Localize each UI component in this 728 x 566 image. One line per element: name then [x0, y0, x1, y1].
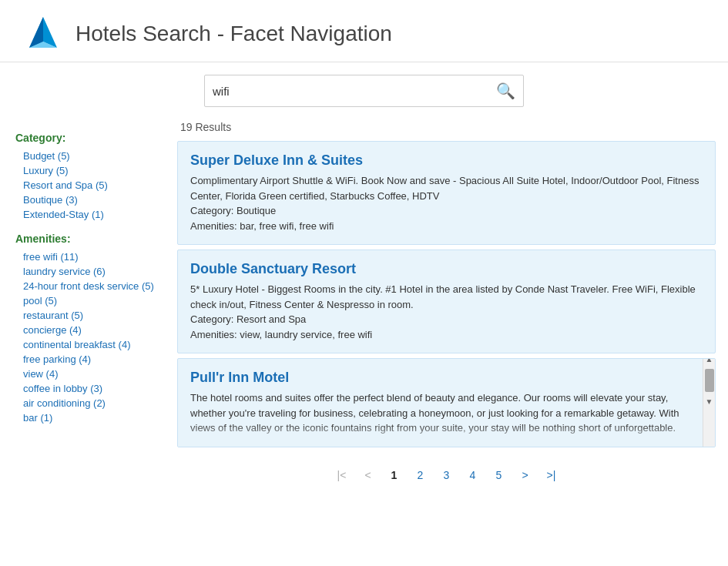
results-count: 19 Results — [177, 121, 716, 133]
result-desc-1: Complimentary Airport Shuttle & WiFi. Bo… — [190, 173, 703, 233]
pagination-page-1[interactable]: 1 — [384, 464, 405, 486]
sidebar-amenity-item[interactable]: pool (5) — [15, 293, 157, 308]
result-desc-2: 5* Luxury Hotel - Biggest Rooms in the c… — [190, 282, 703, 342]
sidebar-category-item[interactable]: Boutique (3) — [15, 193, 157, 207]
sidebar-amenity-item[interactable]: restaurant (5) — [15, 308, 157, 323]
main-layout: Category: Budget (5)Luxury (5)Resort and… — [0, 113, 728, 500]
sidebar-category-item[interactable]: Resort and Spa (5) — [15, 178, 157, 193]
logo-icon — [23, 14, 63, 54]
sidebar-category-item[interactable]: Luxury (5) — [15, 163, 157, 178]
result-card-2: Double Sanctuary Resort 5* Luxury Hotel … — [177, 250, 716, 353]
pagination-next[interactable]: > — [515, 464, 536, 486]
result-card-3: Pull'r Inn Motel The hotel rooms and sui… — [178, 359, 703, 447]
category-section-title: Category: — [15, 132, 157, 144]
sidebar-category-item[interactable]: Extended-Stay (1) — [15, 207, 157, 222]
sidebar-amenity-item[interactable]: 24-hour front desk service (5) — [15, 279, 157, 293]
result-desc-3: The hotel rooms and suites offer the per… — [190, 390, 690, 436]
sidebar-amenity-item[interactable]: bar (1) — [15, 410, 157, 425]
page-title: Hotels Search - Facet Navigation — [75, 22, 392, 46]
sidebar-amenity-item[interactable]: view (4) — [15, 367, 157, 381]
result-title-2[interactable]: Double Sanctuary Resort — [190, 261, 703, 277]
sidebar-amenity-item[interactable]: laundry service (6) — [15, 264, 157, 279]
header: Hotels Search - Facet Navigation — [0, 0, 728, 62]
scrollbar[interactable]: ▲ ▼ — [703, 358, 715, 447]
pagination: |< < 1 2 3 4 5 > >| — [177, 452, 716, 492]
sidebar-amenity-item[interactable]: concierge (4) — [15, 323, 157, 337]
pagination-prev[interactable]: < — [357, 464, 379, 486]
scroll-down-arrow[interactable]: ▼ — [706, 395, 713, 408]
search-bar: 🔍 — [204, 75, 524, 107]
sidebar: Category: Budget (5)Luxury (5)Resort and… — [0, 113, 169, 500]
result-title-3[interactable]: Pull'r Inn Motel — [190, 370, 690, 386]
search-input[interactable] — [213, 85, 496, 98]
search-icon[interactable]: 🔍 — [496, 82, 515, 100]
sidebar-amenity-item[interactable]: free parking (4) — [15, 352, 157, 367]
pagination-page-5[interactable]: 5 — [488, 464, 510, 486]
pagination-page-2[interactable]: 2 — [410, 464, 431, 486]
result-title-1[interactable]: Super Deluxe Inn & Suites — [190, 152, 703, 169]
sidebar-amenity-item[interactable]: free wifi (11) — [15, 250, 157, 264]
category-list: Budget (5)Luxury (5)Resort and Spa (5)Bo… — [15, 149, 157, 222]
pagination-page-4[interactable]: 4 — [462, 464, 484, 486]
results-area: 19 Results Super Deluxe Inn & Suites Com… — [169, 113, 728, 500]
amenities-list: free wifi (11)laundry service (6)24-hour… — [15, 250, 157, 425]
search-bar-row: 🔍 — [0, 62, 728, 113]
sidebar-amenity-item[interactable]: coffee in lobby (3) — [15, 381, 157, 396]
result-card-3-wrapper: Pull'r Inn Motel The hotel rooms and sui… — [177, 358, 716, 447]
amenities-section-title: Amenities: — [15, 233, 157, 245]
scroll-thumb[interactable] — [705, 369, 714, 392]
sidebar-amenity-item[interactable]: continental breakfast (4) — [15, 337, 157, 352]
sidebar-amenity-item[interactable]: air conditioning (2) — [15, 396, 157, 410]
pagination-last[interactable]: >| — [541, 464, 562, 486]
sidebar-category-item[interactable]: Budget (5) — [15, 149, 157, 163]
result-card-1: Super Deluxe Inn & Suites Complimentary … — [177, 141, 716, 245]
pagination-first[interactable]: |< — [331, 464, 353, 486]
pagination-page-3[interactable]: 3 — [436, 464, 458, 486]
scroll-up-arrow[interactable]: ▲ — [706, 358, 713, 366]
